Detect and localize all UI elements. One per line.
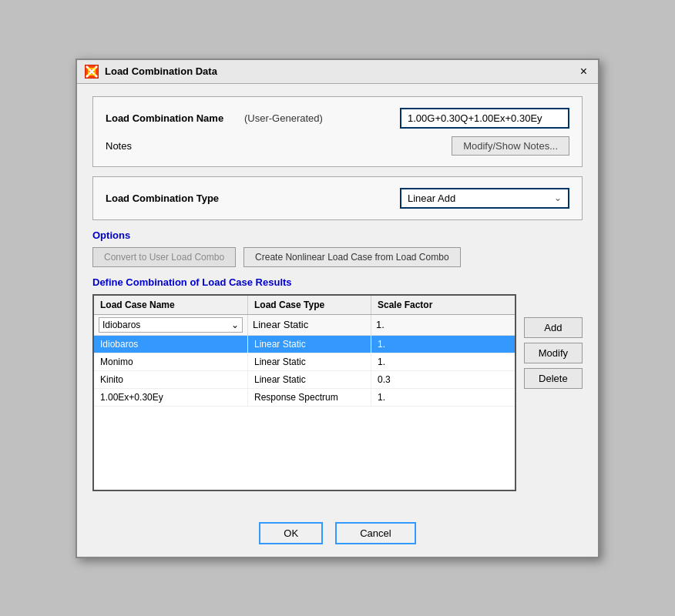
row-factor: 0.3 (371, 371, 448, 388)
filter-row: Idiobaros ⌄ Linear Static 1. (94, 315, 515, 336)
cancel-button[interactable]: Cancel (335, 522, 415, 544)
col-header-type: Load Case Type (248, 296, 371, 314)
user-generated-label: (User-Generated) (237, 112, 400, 124)
row-factor: 1. (371, 353, 448, 370)
row-name: Idiobaros (94, 336, 248, 353)
table-body: Idiobaros Linear Static 1. Monimo Linear… (94, 336, 515, 490)
filter-name-cell: Idiobaros ⌄ (94, 315, 248, 335)
notes-row: Notes Modify/Show Notes... (106, 136, 569, 156)
define-title: Define Combination of Load Case Results (92, 276, 583, 288)
combo-name-row: Load Combination Name (User-Generated) (106, 108, 569, 129)
define-content: Load Case Name Load Case Type Scale Fact… (92, 294, 583, 491)
combo-type-value: Linear Add (408, 192, 554, 204)
options-section: Options Convert to User Load Combo Creat… (92, 229, 583, 267)
add-button[interactable]: Add (524, 317, 583, 338)
row-name: Monimo (94, 353, 248, 370)
col-header-factor: Scale Factor (371, 296, 448, 314)
table-row[interactable]: Kinito Linear Static 0.3 (94, 371, 515, 389)
combo-type-dropdown[interactable]: Linear Add ⌄ (400, 188, 569, 209)
row-type: Linear Static (248, 353, 371, 370)
load-combination-dialog: Load Combination Data × Load Combination… (76, 59, 599, 558)
combo-type-section: Load Combination Type Linear Add ⌄ (92, 176, 583, 220)
row-factor: 1. (371, 389, 448, 406)
dialog-body: Load Combination Name (User-Generated) N… (77, 84, 598, 514)
modify-button[interactable]: Modify (524, 343, 583, 363)
nonlinear-btn[interactable]: Create Nonlinear Load Case from Load Com… (243, 247, 460, 267)
title-bar: Load Combination Data × (77, 60, 598, 84)
notes-button[interactable]: Modify/Show Notes... (452, 136, 569, 156)
filter-factor-cell: 1. (371, 315, 448, 335)
name-notes-section: Load Combination Name (User-Generated) N… (92, 96, 583, 167)
side-buttons: Add Modify Delete (524, 294, 583, 389)
row-factor: 1. (371, 336, 448, 353)
row-name: 1.00Ex+0.30Ey (94, 389, 248, 406)
table-row[interactable]: Monimo Linear Static 1. (94, 353, 515, 371)
options-buttons: Convert to User Load Combo Create Nonlin… (92, 247, 583, 267)
combo-type-row: Load Combination Type Linear Add ⌄ (106, 188, 569, 209)
app-icon (85, 65, 99, 79)
load-case-table: Load Case Name Load Case Type Scale Fact… (92, 294, 516, 491)
row-type: Response Spectrum (248, 389, 371, 406)
table-row[interactable]: 1.00Ex+0.30Ey Response Spectrum 1. (94, 389, 515, 407)
combo-name-input[interactable] (400, 108, 569, 129)
col-header-name: Load Case Name (94, 296, 248, 314)
notes-label: Notes (106, 140, 237, 152)
delete-button[interactable]: Delete (524, 368, 583, 389)
dialog-footer: OK Cancel (77, 514, 598, 557)
filter-name-select[interactable]: Idiobaros ⌄ (99, 317, 243, 333)
dropdown-arrow-icon: ⌄ (554, 192, 562, 203)
row-type: Linear Static (248, 371, 371, 388)
table-header: Load Case Name Load Case Type Scale Fact… (94, 296, 515, 315)
convert-btn[interactable]: Convert to User Load Combo (92, 247, 236, 267)
row-name: Kinito (94, 371, 248, 388)
filter-name-value: Idiobaros (102, 320, 140, 330)
filter-dropdown-icon: ⌄ (231, 320, 239, 330)
filter-factor-value: 1. (376, 319, 385, 330)
options-title: Options (92, 229, 583, 241)
dialog-title: Load Combination Data (105, 65, 217, 77)
filter-type-cell: Linear Static (248, 315, 371, 335)
table-row[interactable]: Idiobaros Linear Static 1. (94, 336, 515, 353)
row-type: Linear Static (248, 336, 371, 353)
combo-name-label: Load Combination Name (106, 112, 237, 124)
define-section: Define Combination of Load Case Results … (92, 276, 583, 491)
filter-type-value: Linear Static (253, 319, 308, 330)
ok-button[interactable]: OK (259, 522, 323, 544)
combo-type-label: Load Combination Type (106, 192, 237, 204)
close-button[interactable]: × (577, 65, 590, 78)
